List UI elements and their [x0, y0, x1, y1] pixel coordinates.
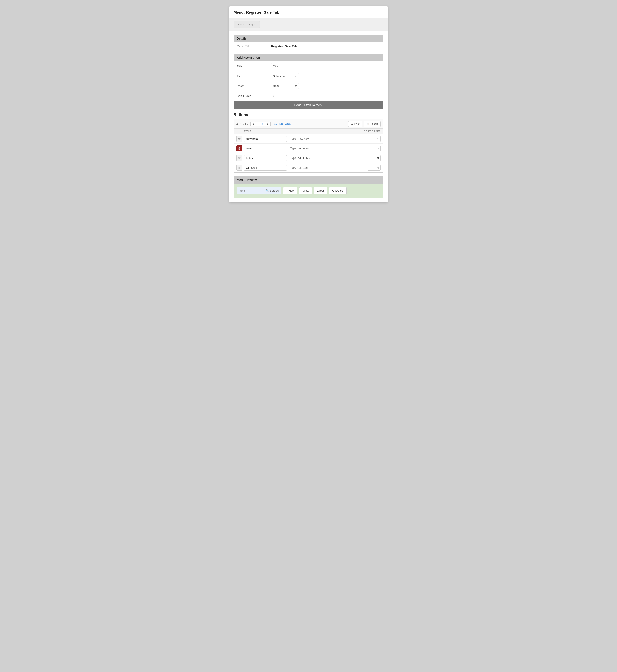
row-type-value-3: Add Labor — [297, 156, 368, 160]
print-label: Print — [354, 122, 360, 125]
row-title-input-1[interactable] — [244, 136, 287, 142]
page-title: Menu: Register: Sale Tab — [229, 6, 388, 18]
col-sort-order-header: SORT ORDER — [361, 130, 381, 132]
trash-icon: 🗑 — [238, 166, 241, 170]
sort-order-label: Sort Order — [237, 94, 271, 98]
pagination-range[interactable]: 1 - 4 — [256, 122, 265, 126]
export-button[interactable]: 📋 Export — [364, 121, 381, 127]
preview-search-input[interactable] — [237, 188, 263, 194]
preview-misc-label: Misc. — [302, 189, 309, 192]
save-button[interactable]: Save Changes — [233, 21, 260, 28]
buttons-section: Buttons 4 Results ◀ 1 - 4 ▶ 15 PER PAGE … — [233, 113, 384, 173]
preview-misc-button[interactable]: Misc. — [299, 187, 312, 194]
row-type-label-4: Type — [290, 166, 296, 169]
add-new-button-section: Add New Button Title Type Submenu New It… — [233, 54, 384, 109]
menu-preview-header: Menu Preview — [234, 176, 383, 184]
delete-button-2[interactable]: 🗑 — [236, 145, 242, 151]
row-sort-input-4[interactable] — [368, 165, 381, 171]
preview-labor-button[interactable]: Labor — [314, 187, 327, 194]
details-section: Details Menu Title: Register: Sale Tab — [233, 35, 384, 50]
row-type-value-2: Add Misc. — [297, 147, 368, 150]
per-page-label[interactable]: 15 PER PAGE — [274, 122, 291, 125]
preview-giftcard-button[interactable]: Gift Card — [329, 187, 347, 194]
title-input[interactable] — [271, 63, 380, 69]
menu-preview-body: 🔍 Search + New Misc. Labor Gift Card — [234, 184, 383, 198]
row-sort-input-1[interactable] — [368, 136, 381, 142]
type-label: Type — [237, 74, 271, 78]
table-row: 🗑 Type Add Misc. — [234, 144, 383, 153]
preview-search-label: Search — [270, 189, 278, 192]
row-type-value-1: New Item — [297, 137, 368, 140]
trash-icon: 🗑 — [238, 147, 241, 150]
sort-order-row: Sort Order — [234, 91, 383, 101]
export-icon: 📋 — [366, 122, 370, 125]
col-title-header: TITLE — [236, 130, 361, 132]
row-type-value-4: Gift Card — [297, 166, 368, 170]
title-label: Title — [237, 65, 271, 68]
col-headers: TITLE SORT ORDER — [234, 129, 383, 134]
page-container: Menu: Register: Sale Tab Save Changes De… — [229, 6, 388, 202]
table-toolbar: 4 Results ◀ 1 - 4 ▶ 15 PER PAGE 🖨 Print … — [234, 119, 383, 129]
add-button-to-menu-button[interactable]: + Add Button To Menu — [234, 101, 383, 109]
table-row: 🗑 Type Gift Card — [234, 163, 383, 173]
export-label: Export — [370, 122, 378, 125]
search-icon: 🔍 — [265, 189, 269, 192]
delete-button-3[interactable]: 🗑 — [236, 155, 242, 161]
color-row: Color None Red Blue Green Yellow — [234, 81, 383, 91]
menu-preview-section: Menu Preview 🔍 Search + New Misc. Labor … — [233, 176, 384, 198]
toolbar: Save Changes — [229, 18, 388, 31]
trash-icon: 🗑 — [238, 137, 241, 140]
table-actions: 🖨 Print 📋 Export — [348, 121, 381, 127]
menu-title-label: Menu Title: — [237, 44, 271, 48]
row-type-label-3: Type — [290, 156, 296, 159]
pagination: ◀ 1 - 4 ▶ — [250, 122, 270, 126]
row-sort-input-3[interactable] — [368, 155, 381, 161]
pagination-prev[interactable]: ◀ — [250, 122, 256, 126]
buttons-table: 4 Results ◀ 1 - 4 ▶ 15 PER PAGE 🖨 Print … — [233, 119, 384, 173]
preview-labor-label: Labor — [317, 189, 324, 192]
preview-giftcard-label: Gift Card — [332, 189, 344, 192]
table-row: 🗑 Type New Item — [234, 134, 383, 144]
pagination-next[interactable]: ▶ — [265, 122, 270, 126]
row-type-label-2: Type — [290, 147, 296, 150]
type-select[interactable]: Submenu New Item Add Misc. Add Labor Gif… — [271, 73, 299, 79]
delete-button-4[interactable]: 🗑 — [236, 165, 242, 171]
preview-search-button[interactable]: 🔍 Search — [263, 188, 281, 194]
color-label: Color — [237, 84, 271, 88]
details-header: Details — [234, 35, 383, 42]
type-row: Type Submenu New Item Add Misc. Add Labo… — [234, 71, 383, 81]
table-row: 🗑 Type Add Labor — [234, 153, 383, 163]
results-count: 4 Results — [236, 122, 248, 126]
print-button[interactable]: 🖨 Print — [348, 121, 363, 127]
preview-search-area: 🔍 Search — [237, 187, 281, 194]
menu-title-row: Menu Title: Register: Sale Tab — [234, 42, 383, 50]
title-row: Title — [234, 61, 383, 71]
row-title-input-2[interactable] — [244, 145, 287, 151]
row-sort-input-2[interactable] — [368, 145, 381, 151]
print-icon: 🖨 — [351, 122, 354, 125]
row-title-input-4[interactable] — [244, 165, 287, 171]
buttons-section-title: Buttons — [233, 113, 384, 117]
row-title-input-3[interactable] — [244, 155, 287, 161]
sort-order-input[interactable] — [271, 93, 380, 99]
preview-new-label: + New — [286, 189, 294, 192]
delete-button-1[interactable]: 🗑 — [236, 136, 242, 142]
trash-icon: 🗑 — [238, 156, 241, 160]
add-new-button-header: Add New Button — [234, 54, 383, 61]
menu-title-value: Register: Sale Tab — [271, 44, 297, 48]
color-select[interactable]: None Red Blue Green Yellow — [271, 83, 299, 89]
preview-new-button[interactable]: + New — [283, 187, 297, 194]
row-type-label-1: Type — [290, 137, 296, 140]
